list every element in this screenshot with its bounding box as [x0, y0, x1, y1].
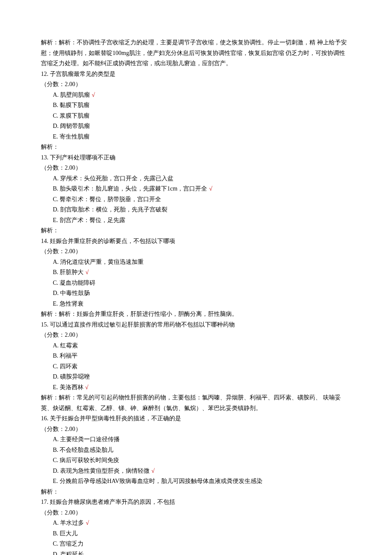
option-letter: B. [53, 447, 58, 453]
option-line: A. 消化道症状严重，黄疸迅速加重 [41, 257, 351, 268]
option-line: C. 凝血功能障碍 [41, 278, 351, 289]
option-letter: A. [53, 436, 59, 442]
option-letter: D. [53, 468, 59, 474]
question-block: 16. 关于妊娠合并甲型病毒性肝炎的描述，不正确的是（分数：2.00）A. 主要… [41, 413, 351, 497]
question-analysis: 解析： [41, 225, 351, 236]
question-stem: 子宫肌瘤最常见的类型是 [50, 71, 115, 77]
question-number: 12. [41, 71, 49, 77]
option-line: D. 中毒性鼓肠 [41, 288, 351, 299]
option-text: 消化道症状严重，黄疸迅速加重 [60, 259, 144, 265]
option-letter: C. [53, 541, 58, 547]
option-letter: D. [53, 123, 59, 129]
option-text: 美洛西林 [60, 384, 84, 390]
option-line: C. 臀牵引术：臀位，脐带脱垂，宫口开全 [41, 194, 351, 205]
option-text: 剖宫产术：臀位，足先露 [60, 217, 125, 223]
question-score: （分数：2.00） [41, 79, 351, 90]
option-line: D. 阔韧带肌瘤 [41, 121, 351, 132]
correct-mark-icon: √ [86, 520, 89, 526]
option-line: E. 美洛西林√ [41, 382, 351, 393]
option-line: B. 胎头吸引术：胎儿窘迫，头位，先露棘下1cm，宫口开全√ [41, 184, 351, 194]
option-line: E. 急性肾衰 [41, 299, 351, 309]
option-line: C. 四环素 [41, 361, 351, 372]
question-score: （分数：2.00） [41, 330, 351, 341]
option-line: B. 巨大儿 [41, 529, 351, 539]
question-analysis: 解析：解析：常见的可引起药物性肝损害的药物，主要包括：氯丙嗪、异烟肼、利福平、四… [41, 393, 351, 413]
option-letter: B. [53, 353, 58, 359]
option-text: 臀牵引术：臀位，脐带脱垂，宫口开全 [60, 196, 161, 202]
option-letter: A. [53, 259, 59, 265]
correct-mark-icon: √ [86, 269, 89, 275]
option-letter: B. [53, 102, 58, 108]
option-text: 巨大儿 [60, 530, 78, 537]
question-number: 15. [41, 321, 49, 328]
question-analysis: 解析： [41, 142, 351, 153]
option-text: 剖宫取胎术：横位，死胎，先兆子宫破裂 [60, 206, 167, 213]
option-text: 寄生性肌瘤 [60, 133, 89, 140]
option-letter: E. [53, 301, 58, 307]
option-line: D. 磺胺异噁唑 [41, 372, 351, 382]
option-letter: A. [53, 520, 59, 526]
question-text: 12. 子宫肌瘤最常见的类型是 [41, 69, 351, 80]
option-line: A. 穿颅术：头位死胎，宫口开全，先露已入盆 [41, 173, 351, 184]
option-line: C. 宫缩乏力 [41, 539, 351, 549]
question-block: 12. 子宫肌瘤最常见的类型是（分数：2.00）A. 肌壁间肌瘤√B. 黏膜下肌… [41, 69, 351, 153]
question-score: （分数：2.00） [41, 424, 351, 435]
question-number: 13. [41, 154, 49, 161]
option-text: 不会经胎盘感染胎儿 [60, 447, 113, 453]
option-line: B. 不会经胎盘感染胎儿 [41, 445, 351, 456]
question-number: 14. [41, 238, 49, 244]
option-line: D. 剖宫取胎术：横位，死胎，先兆子宫破裂 [41, 205, 351, 215]
option-letter: D. [53, 290, 59, 296]
option-line: E. 分娩前后孕母感染HAV致病毒血症时，胎儿可因接触母体血液或粪便发生感染 [41, 476, 351, 487]
option-letter: D. [53, 551, 59, 555]
option-letter: A. [53, 342, 59, 349]
option-line: B. 利福平 [41, 351, 351, 361]
option-line: B. 黏膜下肌瘤 [41, 100, 351, 111]
question-score: （分数：2.00） [41, 246, 351, 257]
pre-question-analysis: 解析：解析：不协调性子宫收缩乏力的处理，主要是调节子宫收缩，使之恢复协调性。停止… [41, 38, 351, 69]
option-text: 利福平 [60, 353, 78, 359]
option-line: B. 肝脏肿大√ [41, 267, 351, 278]
option-letter: D. [53, 373, 59, 380]
correct-mark-icon: √ [209, 185, 213, 192]
option-text: 羊水过多 [60, 520, 84, 526]
question-analysis: 解析： [41, 487, 351, 497]
option-letter: B. [53, 269, 58, 275]
option-letter: C. [53, 196, 58, 202]
option-text: 阔韧带肌瘤 [60, 123, 90, 129]
correct-mark-icon: √ [85, 384, 89, 390]
option-letter: C. [53, 113, 58, 119]
option-line: E. 寄生性肌瘤 [41, 132, 351, 142]
option-text: 凝血功能障碍 [60, 280, 95, 286]
option-line: A. 主要经粪一口途径传播 [41, 434, 351, 445]
question-stem: 关于妊娠合并甲型病毒性肝炎的描述，不正确的是 [50, 415, 181, 422]
question-number: 17. [41, 499, 49, 505]
question-text: 17. 妊娠合并糖尿病患者难产率升高的原因，不包括 [41, 497, 351, 508]
option-text: 分娩前后孕母感染HAV致病毒血症时，胎儿可因接触母体血液或粪便发生感染 [60, 478, 263, 484]
question-block: 15. 可以通过直接作用或过敏引起肝脏损害的常用药物不包括以下哪种药物（分数：2… [41, 320, 351, 414]
option-text: 产程延长 [60, 551, 84, 555]
questions-container: 12. 子宫肌瘤最常见的类型是（分数：2.00）A. 肌壁间肌瘤√B. 黏膜下肌… [41, 69, 351, 555]
question-number: 16. [41, 415, 49, 422]
question-text: 15. 可以通过直接作用或过敏引起肝脏损害的常用药物不包括以下哪种药物 [41, 320, 351, 330]
option-text: 宫缩乏力 [60, 541, 84, 547]
question-score: （分数：2.00） [41, 508, 351, 518]
option-letter: A. [53, 92, 59, 98]
option-line: A. 肌壁间肌瘤√ [41, 90, 351, 101]
question-text: 13. 下列产科处理哪项不正确 [41, 153, 351, 163]
option-text: 浆膜下肌瘤 [60, 113, 89, 119]
question-block: 17. 妊娠合并糖尿病患者难产率升高的原因，不包括（分数：2.00）A. 羊水过… [41, 497, 351, 555]
correct-mark-icon: √ [92, 92, 95, 98]
question-analysis: 解析：解析：妊娠合并重症肝炎，肝脏进行性缩小，胆酶分离，肝性脑病。 [41, 309, 351, 320]
option-letter: E. [53, 478, 58, 484]
option-line: A. 羊水过多√ [41, 518, 351, 529]
option-letter: E. [53, 133, 58, 140]
option-letter: C. [53, 280, 58, 286]
question-block: 14. 妊娠合并重症肝炎的诊断要点，不包括以下哪项（分数：2.00）A. 消化道… [41, 236, 351, 320]
option-text: 肌壁间肌瘤 [60, 92, 90, 98]
correct-mark-icon: √ [151, 468, 155, 474]
option-letter: A. [53, 175, 59, 182]
question-text: 14. 妊娠合并重症肝炎的诊断要点，不包括以下哪项 [41, 236, 351, 247]
option-letter: B. [53, 185, 58, 192]
option-line: C. 浆膜下肌瘤 [41, 111, 351, 121]
